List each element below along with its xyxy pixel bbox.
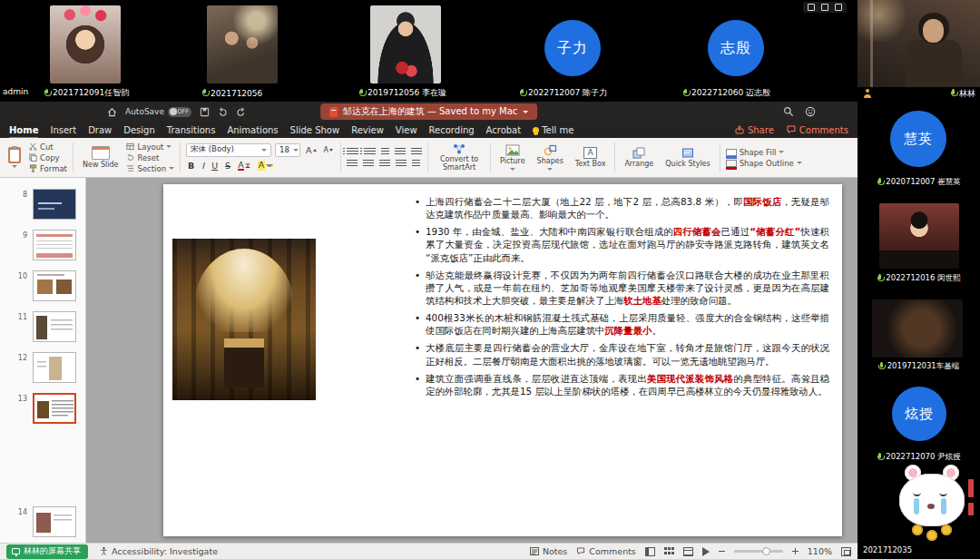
numbered-list-button[interactable] <box>364 148 376 156</box>
home-icon[interactable] <box>107 107 117 117</box>
shapes-button[interactable]: Shapes <box>534 143 567 171</box>
columns-button[interactable] <box>412 160 420 168</box>
meeting-toolbar[interactable] <box>803 2 847 13</box>
tab-acrobat[interactable]: Acrobat <box>486 125 522 135</box>
tab-view[interactable]: View <box>396 125 417 135</box>
tab-insert[interactable]: Insert <box>50 125 76 135</box>
slide-thumbnail-10[interactable]: 10 <box>0 270 86 303</box>
picture-button[interactable]: Picture <box>496 143 529 171</box>
slideshow-view-button[interactable] <box>702 547 710 556</box>
decrease-font-button[interactable]: A <box>322 143 335 156</box>
highlight-button[interactable]: A <box>256 160 276 172</box>
layout-button[interactable]: Layout <box>126 142 174 152</box>
arrange-button[interactable]: Arrange <box>621 146 657 169</box>
slide-sorter-view-button[interactable] <box>664 547 674 556</box>
shape-fill-button[interactable]: Shape Fill <box>726 148 802 157</box>
comments-button[interactable]: Comments <box>787 125 848 135</box>
increase-indent-button[interactable] <box>395 148 406 156</box>
reading-view-button[interactable] <box>683 547 693 556</box>
tab-slide-show[interactable]: Slide Show <box>290 125 340 135</box>
share-button[interactable]: Share <box>735 125 774 135</box>
text-box-button[interactable]: A Text Box <box>572 146 610 169</box>
participant-video-3[interactable] <box>370 5 441 83</box>
status-bar: 林林的屏幕共享 Accessibility: Investigate Notes… <box>0 543 858 559</box>
font-name-select[interactable]: 宋体 (Body) <box>186 143 271 157</box>
zoom-in-icon[interactable] <box>792 548 799 554</box>
layout-view-icon[interactable] <box>808 4 815 11</box>
zoom-level[interactable]: 110% <box>808 546 832 556</box>
tab-draw[interactable]: Draw <box>88 125 112 135</box>
participant-avatar-5[interactable]: 志殷 <box>708 20 764 76</box>
participant-avatar-4[interactable]: 子力 <box>544 20 601 76</box>
save-icon[interactable] <box>200 107 210 117</box>
slide-thumbnail-12[interactable]: 12 <box>0 352 86 385</box>
fit-to-window-icon[interactable] <box>841 547 851 556</box>
decrease-indent-button[interactable] <box>381 148 389 156</box>
host-person-icon <box>862 89 872 98</box>
line-spacing-button[interactable] <box>411 148 422 156</box>
convert-smartart-button[interactable]: Convert to SmartArt <box>434 142 485 173</box>
copy-button[interactable]: Copy <box>29 153 67 162</box>
autosave-toggle[interactable]: AutoSave OFF <box>125 107 191 117</box>
participant-avatar-huiying[interactable]: 慧英 <box>890 111 946 167</box>
participant-photo-minshixi[interactable] <box>879 203 959 269</box>
tab-animations[interactable]: Animations <box>227 125 278 135</box>
justify-button[interactable] <box>396 160 407 168</box>
cut-button[interactable]: Cut <box>29 142 67 152</box>
undo-icon[interactable] <box>218 107 228 117</box>
slide-thumbnail-8[interactable]: 8 <box>0 189 86 221</box>
autosave-switch[interactable]: OFF <box>168 107 191 117</box>
notes-button[interactable]: Notes <box>530 546 567 556</box>
tab-transitions[interactable]: Transitions <box>167 125 216 135</box>
screen-share-banner[interactable]: 林林的屏幕共享 <box>6 544 88 559</box>
gallery-view-icon[interactable] <box>821 4 828 11</box>
shape-outline-button[interactable]: Shape Outline <box>726 159 802 168</box>
tab-recording[interactable]: Recording <box>429 125 475 135</box>
font-size-select[interactable]: 18 <box>275 143 300 157</box>
bullet-list-button[interactable] <box>347 148 358 156</box>
align-left-button[interactable] <box>347 160 358 168</box>
zoom-slider[interactable] <box>734 550 783 553</box>
participant-photo-chejiduan[interactable] <box>872 299 963 358</box>
new-slide-button[interactable]: New Slide <box>79 145 122 170</box>
search-icon[interactable] <box>783 106 794 117</box>
bold-button[interactable]: B <box>186 160 196 172</box>
document-title[interactable]: 邹达克在上海的建筑 — Saved to my Mac <box>320 103 538 120</box>
slide-thumbnail-11[interactable]: 11 <box>0 311 86 344</box>
accessibility-status[interactable]: Accessibility: Investigate <box>100 546 218 556</box>
align-right-button[interactable] <box>379 160 390 168</box>
reset-button[interactable]: Reset <box>126 153 174 162</box>
cut-icon <box>29 142 37 151</box>
slide-thumbnail-13-selected[interactable]: 13 <box>0 393 86 426</box>
fullscreen-icon[interactable] <box>835 4 842 11</box>
redo-icon[interactable] <box>236 107 246 117</box>
section-button[interactable]: Section <box>126 164 174 173</box>
quick-styles-button[interactable]: Quick Styles <box>662 146 713 169</box>
feedback-smiley-icon[interactable] <box>805 106 816 117</box>
zoom-slider-thumb[interactable] <box>762 547 770 555</box>
slide-text-box[interactable]: 上海四行储蓄会二十二层大厦（地上22 层，地下2 层，总高83.8 米），即国际… <box>414 195 829 402</box>
tab-design[interactable]: Design <box>123 125 155 135</box>
webcam-video-linlin[interactable] <box>858 0 980 87</box>
tab-tell-me[interactable]: Tell me <box>533 125 573 135</box>
font-color-button[interactable]: A <box>236 160 252 172</box>
tab-home[interactable]: Home <box>9 125 38 135</box>
tab-review[interactable]: Review <box>351 125 384 135</box>
slide-thumbnail-14[interactable]: 14 <box>0 506 86 539</box>
underline-button[interactable]: U <box>210 160 220 172</box>
align-center-button[interactable] <box>363 160 374 168</box>
comments-pane-button[interactable]: Comments <box>576 546 636 556</box>
increase-font-button[interactable]: A <box>304 143 318 156</box>
participant-video-2[interactable] <box>207 5 278 83</box>
participant-video-1[interactable] <box>50 5 121 83</box>
format-painter-button[interactable]: Format <box>29 164 67 173</box>
italic-button[interactable]: I <box>200 160 206 172</box>
strikethrough-button[interactable]: S <box>223 160 232 172</box>
sticker-avatar-crying-bear[interactable] <box>896 459 979 543</box>
slide-image-bank-lobby[interactable] <box>172 239 316 400</box>
paste-button[interactable] <box>5 146 24 169</box>
slide-thumbnail-9[interactable]: 9 <box>0 230 86 262</box>
participant-avatar-xuanshou[interactable]: 炫授 <box>892 387 946 441</box>
zoom-out-icon[interactable] <box>719 551 725 553</box>
normal-view-button[interactable] <box>645 547 655 556</box>
